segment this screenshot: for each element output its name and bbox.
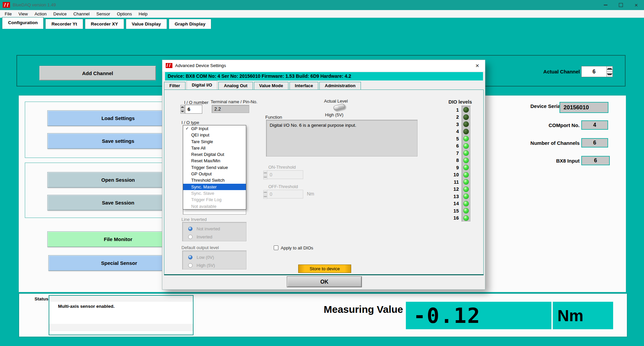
tab-recorder-yt[interactable]: Recorder Yt [45,19,83,29]
apply-all-dios-checkbox[interactable] [274,245,278,250]
radio-icon[interactable] [188,235,193,239]
checkmark-spacer [183,158,191,164]
actual-level-value: High (5V) [325,112,343,117]
dio-row-2: 2 [446,114,469,121]
io-type-option-sync-master[interactable]: Sync. Master [183,184,246,190]
dialog-tab-digital-i-o[interactable]: Digital I/O [186,80,218,90]
tab-value-display[interactable]: Value Display [126,19,167,29]
io-number-spinner[interactable] [180,105,184,114]
actual-level-indicator [333,103,345,111]
dialog-tab-filter[interactable]: Filter [164,82,185,90]
io-type-option-label: QEI input [191,132,209,138]
title-bar: BlueDAQ version 1.49 × [0,0,644,10]
led-indicator [463,136,469,141]
ok-button[interactable]: OK [287,277,362,287]
io-type-option-label: Sync. Slave [191,190,214,196]
line-inverted-option-not-inverted[interactable]: Not inverted [182,225,246,233]
dio-number: 5 [446,136,459,141]
spin-down-icon[interactable] [607,71,612,77]
off-threshold-unit: Nm [307,191,314,196]
dialog-tab-interface[interactable]: Interface [289,82,318,90]
status-panel: Status Multi-axis sensor enabled. Measur… [18,293,628,337]
dio-row-5: 5 [446,135,469,142]
io-type-option-reset-max-min[interactable]: Reset Max/Min [183,158,246,164]
radio-icon[interactable] [188,227,193,231]
io-type-option-not-available[interactable]: Not available [183,203,246,210]
io-type-option-gp-input[interactable]: ✓GP Input [183,125,246,132]
io-type-option-qei-input[interactable]: QEI input [183,132,246,138]
dio-row-9: 9 [446,164,469,171]
radio-label: Not inverted [197,226,220,231]
io-type-label: I / O type [181,120,199,125]
io-type-option-trigger-send-value[interactable]: Trigger Send value [183,164,246,171]
io-type-option-sync-slave[interactable]: Sync. Slave [183,190,246,196]
dialog-tab-strip: FilterDigital I/OAnalog OutValue ModeInt… [164,81,361,90]
spin-down-icon[interactable] [180,110,184,114]
measuring-unit: Nm [553,306,583,325]
radio-icon[interactable] [188,255,193,260]
io-type-option-label: Trigger File Log [191,196,222,203]
spin-up-icon[interactable] [607,66,612,71]
dialog-tab-administration[interactable]: Administration [319,82,361,90]
menu-item-help[interactable]: Help [135,10,151,18]
off-threshold-label: OFF-Threshold [268,184,298,189]
led-indicator [463,208,469,214]
menu-item-channel[interactable]: Channel [70,10,93,18]
io-type-option-trigger-file-log[interactable]: Trigger File Log [183,196,246,203]
maximize-button[interactable] [613,0,629,10]
dio-number: 4 [446,129,459,134]
tab-graph-display[interactable]: Graph Display [169,19,212,29]
default-output-option-high-5v[interactable]: High (5V) [182,261,246,269]
tab-configuration[interactable]: Configuration [2,17,44,29]
checkmark-spacer [183,145,191,151]
menu-item-file[interactable]: File [1,10,15,18]
actual-channel-stepper[interactable]: 6 [581,66,613,77]
led-indicator [463,107,469,113]
io-type-option-tare-single[interactable]: Tare Single [183,138,246,145]
io-type-option-threshold-switch[interactable]: Threshold Switch [183,177,246,183]
store-to-device-button[interactable]: Store to device [298,265,351,273]
device-serial-field: 20156010 [559,102,608,113]
led-indicator [463,186,469,192]
actual-channel-label: Actual Channel [485,69,580,74]
dio-number: 10 [446,172,459,177]
menu-item-view[interactable]: View [15,10,31,18]
dio-number: 12 [446,186,459,192]
io-number-field[interactable]: 6 [185,105,202,114]
add-channel-button[interactable]: Add Channel [39,66,156,80]
io-type-option-gp-output[interactable]: GP Output [183,171,246,177]
dialog-tab-analog-out[interactable]: Analog Out [218,82,253,90]
maximize-icon [619,3,623,7]
checkmark-spacer [183,184,191,190]
status-stripe [49,296,193,302]
default-output-option-low-0v[interactable]: Low (0V) [182,253,246,261]
io-type-option-label: Tare Single [191,138,213,145]
tab-recorder-xy[interactable]: Recorder XY [85,19,124,29]
line-inverted-option-inverted[interactable]: Inverted [182,233,246,241]
io-type-option-label: Reset Max/Min [191,158,220,164]
dio-number: 15 [446,208,459,214]
led-indicator [463,165,469,170]
radio-icon[interactable] [188,263,193,268]
io-type-option-tare-all[interactable]: Tare All [183,145,246,151]
app-window: BlueDAQ version 1.49 × FileViewActionDev… [0,0,644,346]
dio-number: 9 [446,165,459,170]
spinner-arrows[interactable] [606,66,612,77]
close-button[interactable]: × [629,0,644,10]
menu-item-device[interactable]: Device [50,10,70,18]
led-indicator [463,201,469,207]
dio-number: 8 [446,158,459,163]
menu-item-action[interactable]: Action [31,10,50,18]
dio-number: 3 [446,122,459,127]
line-inverted-group: Not invertedInverted [182,222,247,241]
menu-item-options[interactable]: Options [113,10,135,18]
io-type-option-label: Trigger Send value [191,164,228,171]
io-type-option-reset-digital-out[interactable]: Reset Digital Out [183,151,246,158]
device-info-bar: Device: BX8 COM No: 4 Ser No: 20156010 F… [165,72,483,80]
menu-item-sensor[interactable]: Sensor [93,10,113,18]
spin-up-icon[interactable] [180,105,184,109]
checkmark-spacer [183,164,191,171]
dialog-tab-value-mode[interactable]: Value Mode [254,82,289,90]
dialog-close-button[interactable]: × [470,60,485,71]
minimize-button[interactable] [598,0,613,10]
